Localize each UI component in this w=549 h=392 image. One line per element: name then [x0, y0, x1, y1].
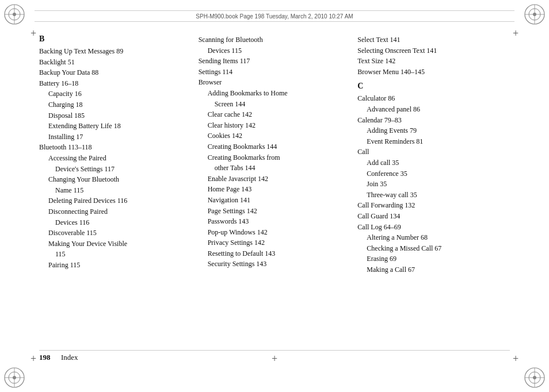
index-entry: Changing Your Bluetooth — [39, 174, 192, 185]
index-entry: Creating Bookmarks 144 — [199, 141, 351, 152]
index-entry: Page Settings 142 — [199, 206, 351, 217]
index-entry: Select Text 141 — [357, 34, 510, 45]
index-entry: Disposal 185 — [39, 110, 192, 121]
page-footer: 198 Index — [39, 350, 510, 362]
index-entry: Checking a Missed Call 67 — [357, 243, 510, 254]
column-1: BBacking Up Text Messages 89Backlight 51… — [39, 34, 199, 352]
index-entry: Extending Battery Life 18 — [39, 121, 192, 132]
index-entry: Screen 144 — [199, 99, 351, 110]
index-entry: Deleting Paired Devices 116 — [39, 195, 192, 206]
index-entry: Pairing 115 — [39, 260, 192, 271]
index-entry: Call — [357, 147, 510, 157]
index-entry: Battery 16–18 — [39, 78, 192, 89]
index-entry: Devices 116 — [39, 217, 192, 228]
index-entry: Navigation 141 — [199, 195, 351, 206]
index-entry: Backlight 51 — [39, 57, 192, 68]
index-entry: Privacy Settings 142 — [199, 237, 351, 248]
index-entry: Passwords 143 — [199, 216, 351, 227]
index-entry: Adding Events 79 — [357, 125, 510, 136]
index-entry: Clear history 142 — [199, 120, 351, 131]
index-entry: Call Guard 134 — [357, 211, 510, 222]
index-entry: Home Page 143 — [199, 184, 351, 195]
footer-label: Index — [61, 353, 78, 362]
index-entry: Security Settings 143 — [199, 259, 351, 270]
index-entry: Text Size 142 — [357, 56, 510, 67]
crosshair-bottom-right — [510, 353, 521, 364]
index-entry: Altering a Number 68 — [357, 232, 510, 243]
index-entry: Sending Items 117 — [199, 56, 351, 67]
index-entry: Devices 115 — [199, 45, 351, 56]
index-entry: Creating Bookmarks from — [199, 152, 351, 163]
page-number: 198 — [39, 353, 56, 362]
index-entry: Event Reminders 81 — [357, 136, 510, 147]
index-entry: Charging 18 — [39, 99, 192, 110]
index-entry: Making Your Device Visible — [39, 239, 192, 249]
index-entry: Clear cache 142 — [199, 109, 351, 120]
index-entry: Resetting to Default 143 — [199, 248, 351, 259]
index-entry: Conference 35 — [357, 168, 510, 179]
column-3: Select Text 141Selecting Onscreen Text 1… — [357, 34, 510, 352]
section-letter-B: B — [39, 34, 192, 44]
index-entry: Pop-up Windows 142 — [199, 227, 351, 238]
index-entry: Backup Your Data 88 — [39, 67, 192, 78]
index-content: BBacking Up Text Messages 89Backlight 51… — [39, 34, 510, 352]
index-entry: Cookies 142 — [199, 130, 351, 141]
index-entry: Browser — [199, 77, 351, 88]
index-entry: Three-way call 35 — [357, 190, 510, 201]
index-entry: Disconnecting Paired — [39, 206, 192, 217]
index-entry: Selecting Onscreen Text 141 — [357, 45, 510, 56]
index-entry: Device's Settings 117 — [39, 164, 192, 175]
index-entry: Making a Call 67 — [357, 264, 510, 275]
index-entry: Erasing 69 — [357, 253, 510, 264]
index-entry: Call Forwarding 132 — [357, 200, 510, 211]
corner-decoration-bl — [3, 367, 25, 389]
index-entry: Settings 114 — [199, 67, 351, 78]
index-entry: Advanced panel 86 — [357, 104, 510, 115]
corner-decoration-tr — [524, 3, 546, 25]
index-entry: Join 35 — [357, 179, 510, 190]
index-entry: Enable Javascript 142 — [199, 174, 351, 185]
corner-decoration-br — [524, 367, 546, 389]
index-entry: Capacity 16 — [39, 89, 192, 99]
crosshair-top-right — [510, 28, 521, 39]
corner-decoration-tl — [3, 3, 25, 25]
index-entry: Call Log 64–69 — [357, 222, 510, 233]
index-entry: Add call 35 — [357, 157, 510, 168]
index-entry: Installing 17 — [39, 132, 192, 143]
index-entry: Scanning for Bluetooth — [199, 34, 351, 45]
index-entry: other Tabs 144 — [199, 163, 351, 174]
index-entry: Calendar 79–83 — [357, 115, 510, 126]
index-entry: Name 115 — [39, 185, 192, 196]
crosshair-top-left — [28, 28, 39, 39]
index-entry: Discoverable 115 — [39, 228, 192, 239]
index-entry: Accessing the Paired — [39, 153, 192, 164]
index-entry: Calculator 86 — [357, 93, 510, 104]
column-2: Scanning for BluetoothDevices 115Sending… — [199, 34, 358, 352]
index-entry: Browser Menu 140–145 — [357, 67, 510, 78]
index-entry: Bluetooth 113–118 — [39, 142, 192, 153]
index-entry: Backing Up Text Messages 89 — [39, 46, 192, 57]
index-entry: 115 — [39, 249, 192, 260]
index-entry: Adding Bookmarks to Home — [199, 88, 351, 99]
header-text: SPH-M900.book Page 198 Tuesday, March 2,… — [196, 13, 353, 20]
crosshair-bottom-left — [28, 353, 39, 364]
header-bar: SPH-M900.book Page 198 Tuesday, March 2,… — [35, 10, 514, 22]
section-letter-C: C — [357, 82, 510, 91]
